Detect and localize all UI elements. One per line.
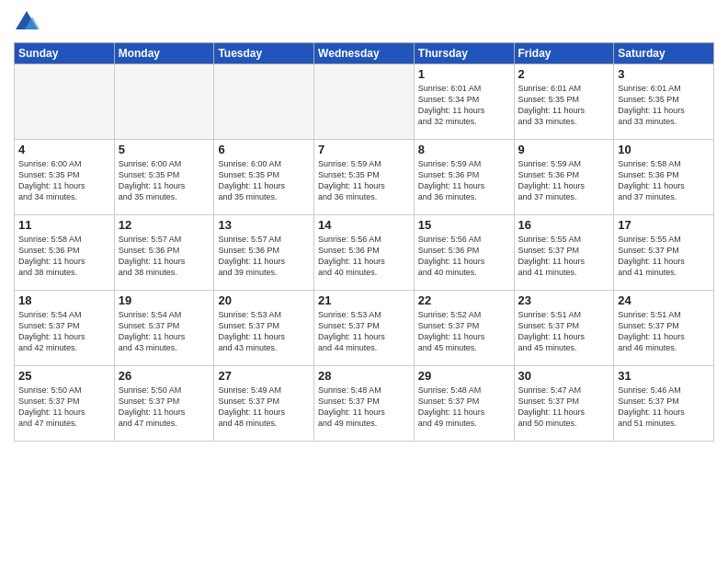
- calendar-cell: [114, 64, 214, 140]
- calendar-cell: 11Sunrise: 5:58 AM Sunset: 5:36 PM Dayli…: [15, 215, 115, 291]
- day-number: 12: [119, 218, 210, 232]
- day-number: 21: [318, 293, 410, 307]
- day-number: 23: [518, 293, 610, 307]
- day-info: Sunrise: 6:01 AM Sunset: 5:35 PM Dayligh…: [618, 83, 710, 128]
- day-header-wednesday: Wednesday: [314, 43, 415, 64]
- day-number: 26: [119, 369, 210, 383]
- day-number: 25: [18, 369, 110, 383]
- day-number: 2: [518, 67, 610, 81]
- day-header-monday: Monday: [114, 43, 214, 64]
- day-info: Sunrise: 5:53 AM Sunset: 5:37 PM Dayligh…: [318, 309, 410, 354]
- calendar-cell: 16Sunrise: 5:55 AM Sunset: 5:37 PM Dayli…: [514, 215, 614, 291]
- calendar-cell: 15Sunrise: 5:56 AM Sunset: 5:36 PM Dayli…: [414, 215, 514, 291]
- day-info: Sunrise: 6:00 AM Sunset: 5:35 PM Dayligh…: [218, 158, 310, 203]
- day-info: Sunrise: 5:49 AM Sunset: 5:37 PM Dayligh…: [218, 385, 310, 430]
- calendar-cell: 13Sunrise: 5:57 AM Sunset: 5:36 PM Dayli…: [214, 215, 314, 291]
- calendar-cell: 30Sunrise: 5:47 AM Sunset: 5:37 PM Dayli…: [514, 366, 614, 442]
- day-info: Sunrise: 5:47 AM Sunset: 5:37 PM Dayligh…: [518, 385, 610, 430]
- day-header-tuesday: Tuesday: [214, 43, 314, 64]
- calendar-cell: 31Sunrise: 5:46 AM Sunset: 5:37 PM Dayli…: [614, 366, 714, 442]
- day-number: 30: [518, 369, 610, 383]
- day-info: Sunrise: 6:01 AM Sunset: 5:34 PM Dayligh…: [418, 83, 510, 128]
- calendar-cell: 1Sunrise: 6:01 AM Sunset: 5:34 PM Daylig…: [414, 64, 514, 140]
- day-info: Sunrise: 5:56 AM Sunset: 5:36 PM Dayligh…: [418, 234, 510, 279]
- week-row-4: 25Sunrise: 5:50 AM Sunset: 5:37 PM Dayli…: [15, 366, 714, 442]
- day-info: Sunrise: 5:50 AM Sunset: 5:37 PM Dayligh…: [119, 385, 210, 430]
- day-number: 27: [218, 369, 310, 383]
- calendar-cell: [214, 64, 314, 140]
- day-info: Sunrise: 5:54 AM Sunset: 5:37 PM Dayligh…: [18, 309, 110, 354]
- calendar-cell: 17Sunrise: 5:55 AM Sunset: 5:37 PM Dayli…: [614, 215, 714, 291]
- day-info: Sunrise: 5:59 AM Sunset: 5:36 PM Dayligh…: [518, 158, 610, 203]
- day-number: 29: [418, 369, 510, 383]
- day-info: Sunrise: 5:55 AM Sunset: 5:37 PM Dayligh…: [618, 234, 710, 279]
- day-info: Sunrise: 5:48 AM Sunset: 5:37 PM Dayligh…: [318, 385, 410, 430]
- calendar: SundayMondayTuesdayWednesdayThursdayFrid…: [14, 42, 714, 442]
- calendar-cell: 4Sunrise: 6:00 AM Sunset: 5:35 PM Daylig…: [15, 140, 115, 215]
- calendar-cell: 29Sunrise: 5:48 AM Sunset: 5:37 PM Dayli…: [414, 366, 514, 442]
- day-number: 19: [119, 293, 210, 307]
- day-number: 4: [18, 143, 110, 156]
- day-number: 18: [18, 293, 110, 307]
- day-number: 31: [618, 369, 710, 383]
- header-row: SundayMondayTuesdayWednesdayThursdayFrid…: [15, 43, 714, 64]
- day-number: 5: [119, 143, 210, 156]
- day-header-friday: Friday: [514, 43, 614, 64]
- day-info: Sunrise: 5:59 AM Sunset: 5:36 PM Dayligh…: [418, 158, 510, 203]
- calendar-cell: 8Sunrise: 5:59 AM Sunset: 5:36 PM Daylig…: [414, 140, 514, 215]
- calendar-cell: 23Sunrise: 5:51 AM Sunset: 5:37 PM Dayli…: [514, 291, 614, 366]
- calendar-cell: 3Sunrise: 6:01 AM Sunset: 5:35 PM Daylig…: [614, 64, 714, 140]
- day-info: Sunrise: 5:55 AM Sunset: 5:37 PM Dayligh…: [518, 234, 610, 279]
- calendar-cell: 20Sunrise: 5:53 AM Sunset: 5:37 PM Dayli…: [214, 291, 314, 366]
- calendar-cell: 24Sunrise: 5:51 AM Sunset: 5:37 PM Dayli…: [614, 291, 714, 366]
- day-info: Sunrise: 5:51 AM Sunset: 5:37 PM Dayligh…: [618, 309, 710, 354]
- day-number: 17: [618, 218, 710, 232]
- calendar-cell: 10Sunrise: 5:58 AM Sunset: 5:36 PM Dayli…: [614, 140, 714, 215]
- calendar-cell: [314, 64, 415, 140]
- calendar-body: 1Sunrise: 6:01 AM Sunset: 5:34 PM Daylig…: [15, 64, 714, 442]
- week-row-3: 18Sunrise: 5:54 AM Sunset: 5:37 PM Dayli…: [15, 291, 714, 366]
- day-info: Sunrise: 5:59 AM Sunset: 5:35 PM Dayligh…: [318, 158, 410, 203]
- calendar-cell: 18Sunrise: 5:54 AM Sunset: 5:37 PM Dayli…: [15, 291, 115, 366]
- calendar-cell: 28Sunrise: 5:48 AM Sunset: 5:37 PM Dayli…: [314, 366, 415, 442]
- day-info: Sunrise: 6:01 AM Sunset: 5:35 PM Dayligh…: [518, 83, 610, 128]
- day-number: 6: [218, 143, 310, 156]
- day-header-thursday: Thursday: [414, 43, 514, 64]
- day-number: 3: [618, 67, 710, 81]
- day-info: Sunrise: 5:50 AM Sunset: 5:37 PM Dayligh…: [18, 385, 110, 430]
- calendar-cell: 25Sunrise: 5:50 AM Sunset: 5:37 PM Dayli…: [15, 366, 115, 442]
- day-number: 9: [518, 143, 610, 156]
- calendar-cell: [15, 64, 115, 140]
- day-info: Sunrise: 5:51 AM Sunset: 5:37 PM Dayligh…: [518, 309, 610, 354]
- day-header-sunday: Sunday: [15, 43, 115, 64]
- day-number: 7: [318, 143, 410, 156]
- day-info: Sunrise: 5:56 AM Sunset: 5:36 PM Dayligh…: [318, 234, 410, 279]
- day-header-saturday: Saturday: [614, 43, 714, 64]
- day-number: 10: [618, 143, 710, 156]
- day-info: Sunrise: 5:58 AM Sunset: 5:36 PM Dayligh…: [618, 158, 710, 203]
- logo-icon: [14, 9, 40, 35]
- calendar-cell: 6Sunrise: 6:00 AM Sunset: 5:35 PM Daylig…: [214, 140, 314, 215]
- day-number: 22: [418, 293, 510, 307]
- calendar-cell: 9Sunrise: 5:59 AM Sunset: 5:36 PM Daylig…: [514, 140, 614, 215]
- calendar-cell: 19Sunrise: 5:54 AM Sunset: 5:37 PM Dayli…: [114, 291, 214, 366]
- calendar-cell: 14Sunrise: 5:56 AM Sunset: 5:36 PM Dayli…: [314, 215, 415, 291]
- week-row-0: 1Sunrise: 6:01 AM Sunset: 5:34 PM Daylig…: [15, 64, 714, 140]
- calendar-cell: 26Sunrise: 5:50 AM Sunset: 5:37 PM Dayli…: [114, 366, 214, 442]
- day-info: Sunrise: 5:54 AM Sunset: 5:37 PM Dayligh…: [119, 309, 210, 354]
- day-number: 13: [218, 218, 310, 232]
- calendar-cell: 27Sunrise: 5:49 AM Sunset: 5:37 PM Dayli…: [214, 366, 314, 442]
- day-number: 14: [318, 218, 410, 232]
- calendar-cell: 5Sunrise: 6:00 AM Sunset: 5:35 PM Daylig…: [114, 140, 214, 215]
- day-info: Sunrise: 5:48 AM Sunset: 5:37 PM Dayligh…: [418, 385, 510, 430]
- calendar-cell: 21Sunrise: 5:53 AM Sunset: 5:37 PM Dayli…: [314, 291, 415, 366]
- day-info: Sunrise: 5:46 AM Sunset: 5:37 PM Dayligh…: [618, 385, 710, 430]
- logo: [14, 9, 43, 35]
- page: SundayMondayTuesdayWednesdayThursdayFrid…: [0, 0, 728, 563]
- week-row-2: 11Sunrise: 5:58 AM Sunset: 5:36 PM Dayli…: [15, 215, 714, 291]
- day-info: Sunrise: 5:57 AM Sunset: 5:36 PM Dayligh…: [218, 234, 310, 279]
- day-number: 16: [518, 218, 610, 232]
- day-number: 24: [618, 293, 710, 307]
- day-info: Sunrise: 6:00 AM Sunset: 5:35 PM Dayligh…: [18, 158, 110, 203]
- calendar-cell: 2Sunrise: 6:01 AM Sunset: 5:35 PM Daylig…: [514, 64, 614, 140]
